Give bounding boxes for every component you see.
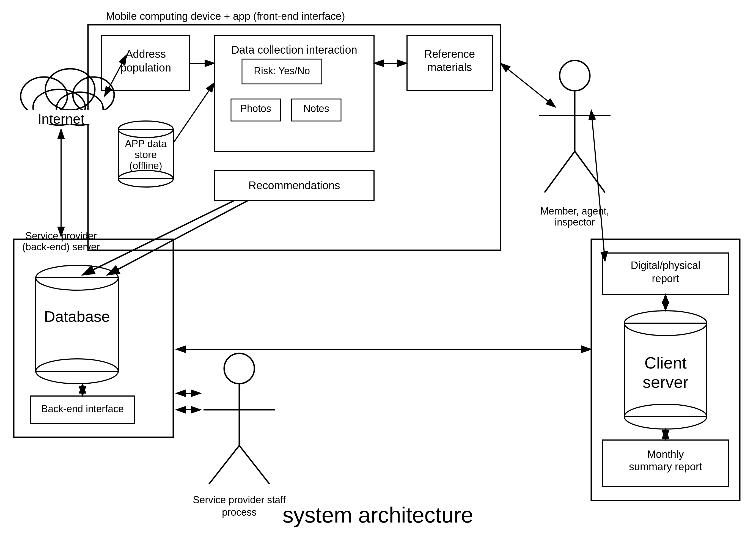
client-server-label1: Client xyxy=(644,354,687,372)
svg-point-14 xyxy=(21,77,67,116)
member-label2: inspector xyxy=(555,217,595,228)
address-population-label: Address xyxy=(126,48,166,60)
recommendations-to-server-arrow xyxy=(107,201,247,275)
staff-label2: process xyxy=(222,507,257,518)
svg-text:(offline): (offline) xyxy=(129,160,162,171)
digital-physical-label2: report xyxy=(652,273,679,285)
database-label: Database xyxy=(44,308,110,325)
title: system architecture xyxy=(282,503,473,527)
mobile-to-server-arrow xyxy=(82,201,234,275)
internet-to-address-arrow xyxy=(105,55,126,96)
service-provider-label2: (back-end) server xyxy=(22,241,100,252)
monthly-summary-label1: Monthly xyxy=(647,449,684,460)
member-label1: Member, agent, xyxy=(541,205,609,217)
reference-to-member-arrow xyxy=(501,63,555,107)
data-collection-label1: Data collection interaction xyxy=(231,44,357,56)
person-right-leg xyxy=(575,151,605,192)
staff-right-leg xyxy=(239,446,270,484)
notes-label: Notes xyxy=(303,103,329,114)
svg-text:store: store xyxy=(135,149,157,160)
internet-label: Internet xyxy=(38,111,84,127)
architecture-svg: Mobile computing device + app (front-end… xyxy=(0,0,756,536)
reference-label1: Reference xyxy=(424,48,475,60)
svg-text:population: population xyxy=(120,62,171,74)
app-data-store-label1: APP data xyxy=(125,138,167,149)
staff-left-leg xyxy=(209,446,239,484)
mobile-box-label: Mobile computing device + app (front-end… xyxy=(106,11,345,22)
appstore-to-datacollection-arrow xyxy=(173,83,214,143)
backend-interface-label: Back-end interface xyxy=(41,403,124,415)
person-head xyxy=(560,60,590,91)
recommendations-label: Recommendations xyxy=(248,179,340,191)
monthly-summary-label2: summary report xyxy=(629,461,702,473)
digital-physical-label1: Digital/physical xyxy=(631,260,700,271)
staff-head xyxy=(224,353,254,384)
person-left-leg xyxy=(544,151,575,192)
photos-label: Photos xyxy=(240,103,271,114)
diagram-container: Mobile computing device + app (front-end… xyxy=(0,0,756,536)
risk-label: Risk: Yes/No xyxy=(254,65,310,77)
reference-label2: materials xyxy=(427,61,472,73)
staff-label1: Service provider staff xyxy=(193,494,286,506)
client-server-label2: server xyxy=(643,373,689,391)
